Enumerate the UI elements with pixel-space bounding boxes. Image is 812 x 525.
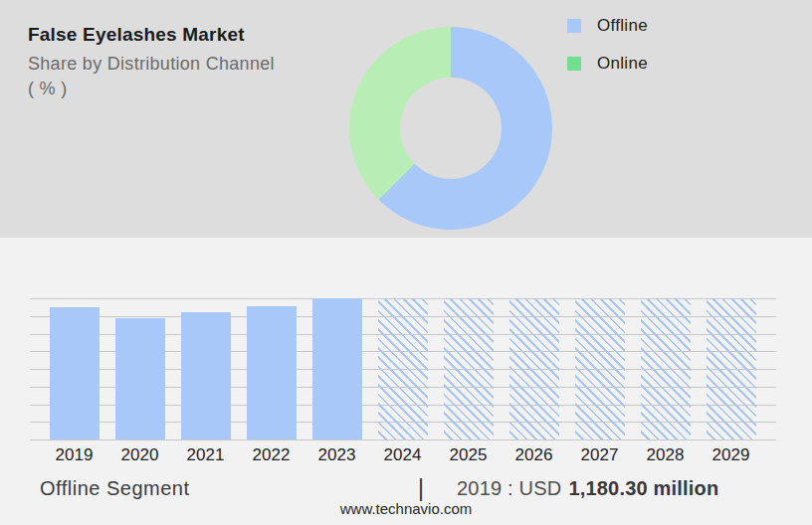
bar-2024 — [378, 298, 428, 439]
year-label-2021: 2021 — [173, 445, 239, 465]
annotation-value: 1,180.30 million — [568, 477, 718, 499]
chart-subtitle-line1: Share by Distribution Channel — [28, 52, 275, 77]
year-label-2019: 2019 — [42, 445, 107, 465]
bar-2019 — [50, 307, 100, 439]
bar-2029 — [707, 298, 756, 439]
bar-2026 — [509, 298, 559, 439]
year-label-2028: 2028 — [633, 445, 699, 465]
year-label-2026: 2026 — [502, 445, 567, 465]
market-report-infographic: False Eyelashes Market Share by Distribu… — [0, 0, 812, 525]
bar-2028 — [641, 298, 691, 439]
year-label-2025: 2025 — [436, 445, 502, 465]
website-url: www.technavio.com — [0, 500, 812, 517]
header: False Eyelashes Market Share by Distribu… — [28, 24, 275, 101]
bar-2021 — [181, 312, 231, 439]
bar-2020 — [115, 318, 165, 439]
year-label-2020: 2020 — [107, 445, 173, 465]
chart-subtitle-line2: ( % ) — [28, 77, 275, 101]
legend: Offline Online — [567, 12, 648, 88]
donut-chart — [349, 27, 552, 230]
offline-swatch-icon — [567, 19, 581, 33]
donut-hole — [400, 78, 502, 179]
market-value-annotation: 2019 : USD1,180.30 million — [457, 477, 718, 500]
bar-section: 2019202020212022202320242025202620272028… — [0, 238, 812, 525]
legend-item-offline: Offline — [567, 12, 648, 40]
page-title: False Eyelashes Market — [28, 24, 275, 46]
bar-2027 — [575, 298, 625, 439]
bar-2025 — [444, 298, 494, 439]
footer-separator: | — [418, 475, 424, 502]
year-label-2024: 2024 — [370, 445, 436, 465]
year-label-2022: 2022 — [239, 445, 304, 465]
year-label-2029: 2029 — [699, 445, 764, 465]
annotation-prefix: 2019 : USD — [457, 477, 561, 499]
legend-item-online: Online — [567, 50, 648, 78]
online-swatch-icon — [567, 57, 581, 71]
gridline — [30, 439, 776, 440]
year-label-2027: 2027 — [567, 445, 633, 465]
year-label-2023: 2023 — [304, 445, 370, 465]
segment-label: Offline Segment — [40, 477, 190, 500]
bar-2023 — [312, 298, 362, 439]
legend-label-offline: Offline — [597, 16, 648, 36]
pie-section: False Eyelashes Market Share by Distribu… — [0, 0, 812, 238]
bar-2022 — [247, 306, 297, 439]
legend-label-online: Online — [597, 54, 648, 74]
